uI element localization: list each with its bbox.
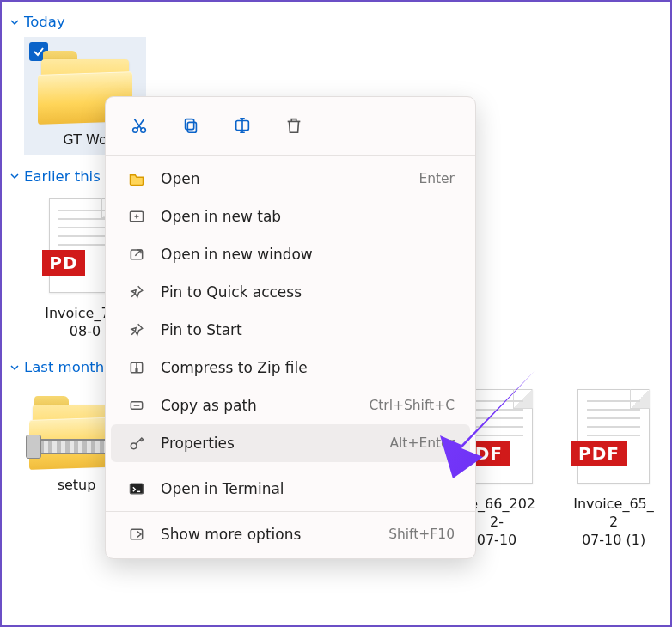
group-header-today[interactable]: Today <box>10 14 662 30</box>
open-icon <box>126 168 147 189</box>
menu-item-show-more[interactable]: Show more options Shift+F10 <box>111 515 470 553</box>
menu-item-open[interactable]: Open Enter <box>111 160 470 198</box>
pin-icon <box>126 282 147 302</box>
zip-icon <box>126 357 147 378</box>
pdf-badge: PDF <box>571 441 627 466</box>
menu-item-compress-zip[interactable]: Compress to Zip file <box>111 349 470 387</box>
menu-item-shortcut: Ctrl+Shift+C <box>369 398 455 413</box>
file-label: GT Wo <box>63 131 107 149</box>
group-label: Last month <box>24 359 104 375</box>
pdf-badge: PD <box>42 250 85 276</box>
menu-item-pin-quick-access[interactable]: Pin to Quick access <box>111 273 470 311</box>
menu-item-shortcut: Alt+Enter <box>389 435 455 451</box>
menu-item-shortcut: Shift+F10 <box>388 527 455 542</box>
menu-item-open-terminal[interactable]: Open in Terminal <box>111 470 470 508</box>
svg-rect-2 <box>187 122 196 132</box>
menu-item-open-new-window[interactable]: Open in new window <box>111 235 470 273</box>
svg-rect-3 <box>186 119 194 130</box>
group-label: Today <box>24 14 65 30</box>
menu-item-label: Show more options <box>161 526 375 543</box>
menu-item-label: Properties <box>161 435 376 452</box>
chevron-down-icon <box>10 18 19 27</box>
context-menu-top-actions <box>106 97 475 152</box>
menu-item-pin-start[interactable]: Pin to Start <box>111 311 470 349</box>
menu-item-label: Open in new window <box>161 246 455 263</box>
menu-item-label: Copy as path <box>161 397 355 414</box>
pdf-file-icon: PDF <box>571 387 657 490</box>
group-label: Earlier this <box>24 168 101 185</box>
svg-point-0 <box>133 128 138 133</box>
menu-separator <box>106 511 475 512</box>
file-label: Invoice_65_2 07-10 (1) <box>571 496 657 549</box>
menu-item-properties[interactable]: Properties Alt+Enter <box>111 424 470 462</box>
menu-item-label: Pin to Quick access <box>161 283 455 301</box>
menu-item-label: Open in new tab <box>161 208 455 225</box>
rename-button[interactable] <box>224 109 260 142</box>
chevron-down-icon <box>10 172 19 180</box>
menu-item-copy-as-path[interactable]: Copy as path Ctrl+Shift+C <box>111 387 470 424</box>
menu-item-label: Open in Terminal <box>161 480 455 497</box>
cut-button[interactable] <box>121 109 157 142</box>
svg-point-1 <box>141 128 146 133</box>
menu-item-label: Compress to Zip file <box>161 359 455 376</box>
more-options-icon <box>126 524 147 545</box>
menu-separator <box>106 155 475 156</box>
chevron-down-icon <box>10 363 19 372</box>
pin-icon <box>126 320 147 340</box>
menu-item-open-new-tab[interactable]: Open in new tab <box>111 198 470 235</box>
file-tile-pdf[interactable]: PDF Invoice_65_2 07-10 (1) <box>565 382 662 554</box>
menu-item-label: Open <box>161 170 405 187</box>
context-menu: Open Enter Open in new tab Open in new w… <box>105 96 476 559</box>
file-label: setup <box>58 477 96 495</box>
properties-icon <box>126 433 147 454</box>
menu-item-label: Pin to Start <box>161 321 455 338</box>
copy-path-icon <box>126 395 147 416</box>
new-window-icon <box>126 244 147 265</box>
menu-item-shortcut: Enter <box>418 171 455 186</box>
svg-point-9 <box>131 443 137 449</box>
terminal-icon <box>126 478 147 499</box>
copy-button[interactable] <box>173 109 209 142</box>
delete-button[interactable] <box>276 109 312 142</box>
menu-separator <box>106 466 475 466</box>
new-tab-icon <box>126 206 147 227</box>
